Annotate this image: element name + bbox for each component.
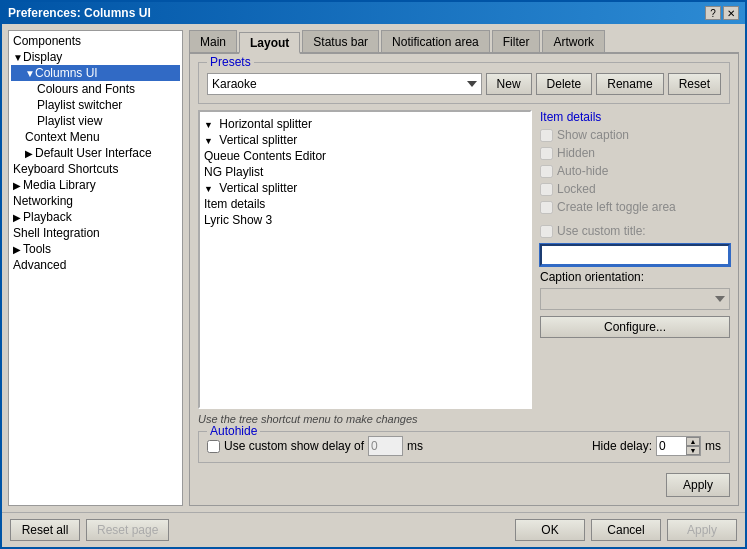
caption-orientation-row (540, 288, 730, 310)
hidden-checkbox[interactable] (540, 147, 553, 160)
hide-delay-up[interactable]: ▲ (686, 437, 700, 446)
tab-filter[interactable]: Filter (492, 30, 541, 52)
tab-status-bar[interactable]: Status bar (302, 30, 379, 52)
tab-layout[interactable]: Layout (239, 32, 300, 54)
auto-hide-label: Auto-hide (557, 164, 608, 178)
tab-artwork[interactable]: Artwork (542, 30, 605, 52)
titlebar: Preferences: Columns UI ? ✕ (2, 2, 745, 24)
use-custom-title-checkbox[interactable] (540, 225, 553, 238)
close-button[interactable]: ✕ (723, 6, 739, 20)
item-details-title: Item details (540, 110, 730, 124)
item-details-panel: Item details Show caption Hidden Auto-hi… (540, 110, 730, 425)
reset-button[interactable]: Reset (668, 73, 721, 95)
custom-title-input[interactable] (540, 244, 730, 266)
sidebar-item-colours-fonts[interactable]: Colours and Fonts (11, 81, 180, 97)
locked-row: Locked (540, 182, 730, 196)
auto-hide-checkbox[interactable] (540, 165, 553, 178)
tree-node-lyric-show-3[interactable]: Lyric Show 3 (204, 212, 526, 228)
rename-button[interactable]: Rename (596, 73, 663, 95)
new-button[interactable]: New (486, 73, 532, 95)
tab-content-layout: Presets Karaoke New Delete Rename Reset (189, 54, 739, 506)
use-custom-delay-checkbox[interactable] (207, 440, 220, 453)
create-left-toggle-checkbox[interactable] (540, 201, 553, 214)
autohide-custom-delay-row: Use custom show delay of ms (207, 436, 586, 456)
configure-button[interactable]: Configure... (540, 316, 730, 338)
tab-main[interactable]: Main (189, 30, 237, 52)
sidebar-item-default-ui[interactable]: ▶Default User Interface (11, 145, 180, 161)
apply-area: Apply (198, 473, 730, 497)
sidebar-item-shell-integration[interactable]: Shell Integration (11, 225, 180, 241)
autohide-legend: Autohide (207, 424, 260, 438)
use-custom-delay-label: Use custom show delay of (224, 439, 364, 453)
show-caption-checkbox[interactable] (540, 129, 553, 142)
help-button[interactable]: ? (705, 6, 721, 20)
window-title: Preferences: Columns UI (8, 6, 151, 20)
custom-delay-input[interactable] (368, 436, 403, 456)
sidebar-item-playback[interactable]: ▶Playback (11, 209, 180, 225)
autohide-group: Autohide Use custom show delay of ms Hid… (198, 431, 730, 463)
titlebar-buttons: ? ✕ (705, 6, 739, 20)
hide-delay-down[interactable]: ▼ (686, 446, 700, 455)
hide-delay-unit: ms (705, 439, 721, 453)
apply-button-main[interactable]: Apply (666, 473, 730, 497)
hide-delay-label: Hide delay: (592, 439, 652, 453)
sidebar-item-tools[interactable]: ▶Tools (11, 241, 180, 257)
sidebar: Components ▼Display ▼Columns UI Colours … (8, 30, 183, 506)
sidebar-item-columns-ui[interactable]: ▼Columns UI (11, 65, 180, 81)
main-window: Preferences: Columns UI ? ✕ Components ▼… (0, 0, 747, 549)
hidden-row: Hidden (540, 146, 730, 160)
presets-group: Presets Karaoke New Delete Rename Reset (198, 62, 730, 104)
tree-node-vertical-splitter-1[interactable]: ▼ Vertical splitter (204, 132, 526, 148)
sidebar-item-playlist-view[interactable]: Playlist view (11, 113, 180, 129)
use-custom-title-label: Use custom title: (557, 224, 646, 238)
tabs-bar: Main Layout Status bar Notification area… (189, 30, 739, 54)
window-body: Components ▼Display ▼Columns UI Colours … (2, 24, 745, 512)
use-custom-title-row: Use custom title: (540, 224, 730, 238)
show-caption-label: Show caption (557, 128, 629, 142)
hidden-label: Hidden (557, 146, 595, 160)
show-caption-row: Show caption (540, 128, 730, 142)
sidebar-item-display[interactable]: ▼Display (11, 49, 180, 65)
cancel-button[interactable]: Cancel (591, 519, 661, 541)
reset-page-button[interactable]: Reset page (86, 519, 169, 541)
locked-checkbox[interactable] (540, 183, 553, 196)
hide-delay-row: Hide delay: ▲ ▼ ms (592, 436, 721, 456)
preset-select[interactable]: Karaoke (207, 73, 482, 95)
tree-node-ng-playlist[interactable]: NG Playlist (204, 164, 526, 180)
reset-all-button[interactable]: Reset all (10, 519, 80, 541)
sidebar-item-media-library[interactable]: ▶Media Library (11, 177, 180, 193)
middle-section: ▼ Horizontal splitter ▼ Vertical splitte… (198, 110, 730, 425)
ok-button[interactable]: OK (515, 519, 585, 541)
delay-unit: ms (407, 439, 423, 453)
tree-node-horizontal-splitter[interactable]: ▼ Horizontal splitter (204, 116, 526, 132)
tree-node-vertical-splitter-2[interactable]: ▼ Vertical splitter (204, 180, 526, 196)
delete-button[interactable]: Delete (536, 73, 593, 95)
sidebar-item-playlist-switcher[interactable]: Playlist switcher (11, 97, 180, 113)
main-content: Main Layout Status bar Notification area… (189, 30, 739, 506)
create-left-toggle-row: Create left toggle area (540, 200, 730, 214)
hide-delay-input[interactable] (657, 439, 685, 453)
caption-orientation-select[interactable] (540, 288, 730, 310)
caption-orientation-label: Caption orientation: (540, 270, 730, 284)
tab-notification-area[interactable]: Notification area (381, 30, 490, 52)
sidebar-item-networking[interactable]: Networking (11, 193, 180, 209)
sidebar-item-keyboard-shortcuts[interactable]: Keyboard Shortcuts (11, 161, 180, 177)
sidebar-item-context-menu[interactable]: Context Menu (11, 129, 180, 145)
locked-label: Locked (557, 182, 596, 196)
bottom-bar: Reset all Reset page OK Cancel Apply (2, 512, 745, 547)
sidebar-item-advanced[interactable]: Advanced (11, 257, 180, 273)
presets-legend: Presets (207, 55, 254, 69)
create-left-toggle-label: Create left toggle area (557, 200, 676, 214)
tree-node-item-details[interactable]: Item details (204, 196, 526, 212)
tree-panel: ▼ Horizontal splitter ▼ Vertical splitte… (198, 110, 532, 425)
sidebar-item-components[interactable]: Components (11, 33, 180, 49)
presets-row: Karaoke New Delete Rename Reset (207, 73, 721, 95)
auto-hide-row: Auto-hide (540, 164, 730, 178)
apply-button-bottom[interactable]: Apply (667, 519, 737, 541)
tree-node-queue-contents-editor[interactable]: Queue Contents Editor (204, 148, 526, 164)
layout-tree[interactable]: ▼ Horizontal splitter ▼ Vertical splitte… (198, 110, 532, 409)
